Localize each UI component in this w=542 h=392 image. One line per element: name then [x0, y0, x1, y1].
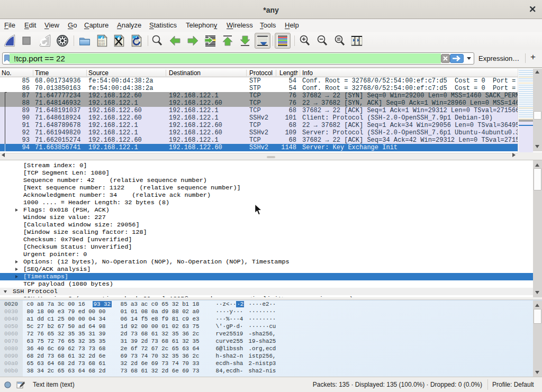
svg-text:0111: 0111: [98, 44, 105, 47]
